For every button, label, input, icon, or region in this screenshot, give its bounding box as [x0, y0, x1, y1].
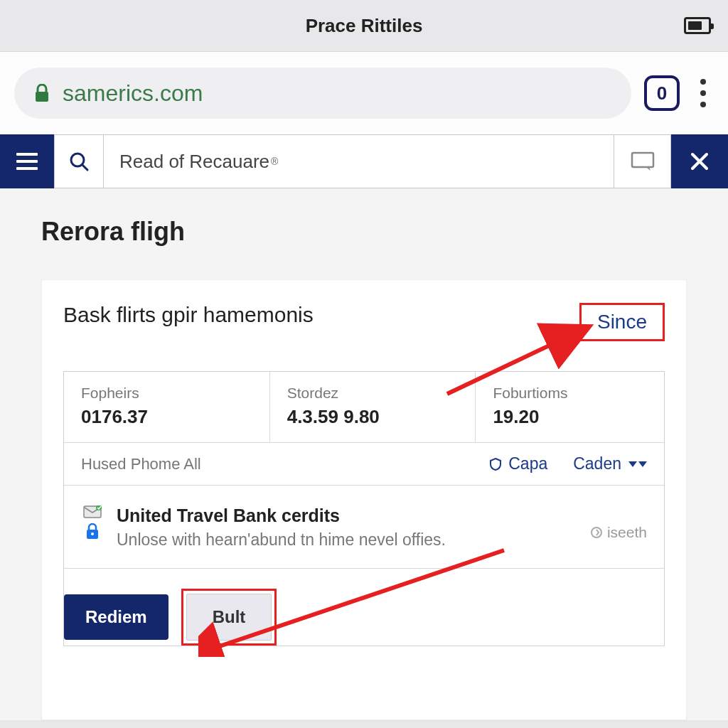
close-button[interactable] — [671, 134, 728, 188]
system-title: Prace Rittiles — [306, 15, 423, 37]
hamburger-menu-button[interactable] — [0, 134, 54, 188]
svg-point-9 — [91, 532, 94, 535]
bult-button[interactable]: Bult — [186, 594, 272, 641]
credit-item: United Travel Bank cerdits Unlose with h… — [64, 486, 664, 569]
url-text: samerics.com — [63, 80, 203, 107]
stat-value: 0176.37 — [81, 406, 252, 428]
bult-highlight: Bult — [181, 589, 277, 646]
stat-label: Foburtioms — [493, 385, 647, 402]
site-nav-bar: Read of Recauare® — [0, 134, 728, 188]
site-search-placeholder: Read of Recauare — [119, 151, 269, 173]
stat-label: Stordez — [287, 385, 459, 402]
overflow-menu-button[interactable] — [692, 75, 714, 111]
caden-label: Caden — [573, 454, 621, 473]
since-button[interactable]: Since — [579, 303, 665, 341]
capa-label: Capa — [508, 454, 547, 473]
address-pill[interactable]: samerics.com — [14, 68, 631, 119]
lock-icon — [34, 84, 50, 102]
credit-description: Unlose with hearn'abund tn hime nevel of… — [117, 529, 577, 551]
battery-icon — [684, 17, 711, 34]
tab-count-button[interactable]: 0 — [644, 75, 680, 111]
svg-line-2 — [82, 165, 87, 170]
stat-value: 19.20 — [493, 406, 647, 428]
stats-box: Fopheirs 0176.37 Stordez 4.3.59 9.80 Fob… — [63, 371, 665, 646]
page-title: Rerora fligh — [41, 217, 687, 247]
svg-rect-3 — [632, 153, 653, 167]
chat-icon-button[interactable] — [614, 134, 671, 188]
credit-right-label: iseeth — [590, 524, 647, 541]
capa-link[interactable]: Capa — [488, 454, 547, 473]
card-title: Bask flirts gpir hamemonis — [63, 303, 314, 327]
main-content: Rerora fligh Bask flirts gpir hamemonis … — [0, 188, 728, 720]
tab-count-value: 0 — [657, 82, 667, 105]
system-status-bar: Prace Rittiles — [0, 0, 728, 52]
chevron-down-icon — [628, 461, 647, 467]
stat-item: Fopheirs 0176.37 — [64, 372, 270, 442]
stat-item: Foburtioms 19.20 — [476, 372, 664, 442]
credit-title: United Travel Bank cerdits — [117, 505, 577, 526]
browser-address-bar: samerics.com 0 — [0, 52, 728, 134]
svg-rect-0 — [36, 92, 48, 102]
stat-value: 4.3.59 9.80 — [287, 406, 459, 428]
stat-item: Stordez 4.3.59 9.80 — [270, 372, 476, 442]
caden-dropdown[interactable]: Caden — [573, 454, 647, 473]
padlock-icon — [85, 523, 100, 540]
filter-label: Hused Phome All — [81, 455, 201, 473]
card-actions: Rediem Bult — [64, 569, 664, 646]
shield-icon — [488, 457, 503, 471]
circle-icon — [590, 526, 603, 539]
flight-card: Bask flirts gpir hamemonis Since Fopheir… — [41, 279, 687, 720]
redeem-button[interactable]: Rediem — [64, 594, 168, 640]
envelope-icon — [83, 505, 102, 518]
site-search-input[interactable]: Read of Recauare® — [104, 134, 614, 188]
filter-row: Hused Phome All Capa Caden — [64, 442, 664, 486]
svg-point-10 — [592, 528, 601, 537]
search-icon-button[interactable] — [54, 134, 104, 188]
credit-icons — [81, 505, 104, 540]
stat-label: Fopheirs — [81, 385, 252, 402]
